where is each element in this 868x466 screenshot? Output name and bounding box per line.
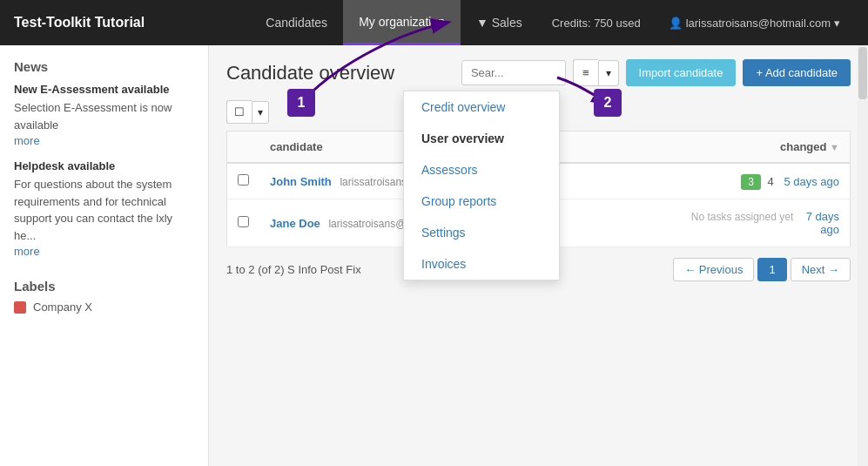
row-1-name[interactable]: John Smith (270, 175, 332, 188)
search-input[interactable] (461, 60, 566, 85)
row-2-name[interactable]: Jane Doe (270, 217, 320, 230)
previous-button[interactable]: ← Previous (673, 258, 754, 281)
row-1-changed: 5 days ago (784, 175, 839, 188)
next-button[interactable]: Next → (791, 258, 851, 281)
news-title: News (14, 59, 194, 74)
label-color-company-x (14, 301, 26, 314)
row-1-meta: 3 4 5 days ago (676, 163, 851, 199)
nav-my-organization[interactable]: My organization (343, 0, 461, 45)
col-select (227, 132, 260, 164)
scrollbar-thumb[interactable] (858, 47, 867, 99)
view-caret-button[interactable]: ▾ (598, 60, 619, 86)
row-1-badge-green: 3 (741, 174, 761, 190)
page-title: Candidate overview (226, 62, 394, 84)
news-item-2-more[interactable]: more (14, 245, 40, 258)
news-item-1-more[interactable]: more (14, 134, 40, 147)
labels-section: Labels Company X (14, 279, 194, 314)
news-item-2-title: Helpdesk available (14, 159, 194, 172)
list-view-button[interactable]: ≡ (573, 59, 598, 86)
view-toggle-button[interactable]: ≡ ▾ (573, 59, 619, 86)
select-checkbox[interactable]: ☐ (226, 100, 252, 124)
dropdown-group-reports[interactable]: Group reports (404, 186, 559, 217)
nav-items: Candidates My organization ▼ Sales (250, 0, 537, 45)
row-1-badge-plain: 4 (768, 175, 774, 188)
row-1-checkbox[interactable] (227, 163, 260, 199)
row-2-changed: 7 days ago (806, 210, 839, 236)
page-actions: ≡ ▾ Import candidate + Add candidate (461, 59, 851, 86)
pagination-controls: ← Previous 1 Next → (673, 258, 851, 281)
nav-sales[interactable]: ▼ Sales (461, 0, 538, 45)
nav-user[interactable]: 👤 larissatroisans@hotmail.com ▾ (655, 17, 854, 30)
annotation-box-2: 2 (594, 89, 622, 117)
user-caret-icon: ▾ (834, 17, 840, 30)
select-all-control[interactable]: ☐ ▾ (226, 100, 269, 124)
scrollbar-track[interactable] (858, 45, 868, 466)
news-item-1-text: Selection E-Assessment is now available (14, 99, 194, 133)
nav-candidates[interactable]: Candidates (250, 0, 343, 45)
annotation-box-1: 1 (287, 89, 315, 117)
sort-icon[interactable]: ▼ (830, 142, 839, 152)
labels-title: Labels (14, 279, 194, 294)
dropdown-credit-overview[interactable]: Credit overview (404, 91, 559, 123)
row-2-meta: No tasks assigned yet 7 days ago (676, 199, 851, 247)
add-candidate-button[interactable]: + Add candidate (743, 59, 851, 86)
nav-credits: Credits: 750 used (538, 17, 655, 30)
news-item-1: New E-Assessment available Selection E-A… (14, 83, 194, 147)
news-section: News New E-Assessment available Selectio… (14, 59, 194, 258)
dropdown-invoices[interactable]: Invoices (404, 248, 559, 280)
page-header: Candidate overview ≡ ▾ Import candidate … (226, 59, 851, 86)
dropdown-settings[interactable]: Settings (404, 217, 559, 248)
dropdown-user-overview[interactable]: User overview (404, 123, 559, 154)
import-candidate-button[interactable]: Import candidate (626, 59, 737, 86)
row-2-no-tasks: No tasks assigned yet (691, 211, 793, 223)
news-item-2-text: For questions about the system requireme… (14, 176, 194, 244)
top-nav: Test-Toolkit Tutorial Candidates My orga… (0, 0, 868, 45)
row-2-checkbox[interactable] (227, 199, 260, 247)
news-item-2: Helpdesk available For questions about t… (14, 159, 194, 258)
brand-name: Test-Toolkit Tutorial (14, 15, 145, 30)
page-1-button[interactable]: 1 (757, 258, 786, 281)
news-item-1-title: New E-Assessment available (14, 83, 194, 96)
sidebar: News New E-Assessment available Selectio… (0, 45, 209, 466)
dropdown-menu: Credit overview User overview Assessors … (403, 91, 560, 280)
dropdown-assessors[interactable]: Assessors (404, 154, 559, 186)
pagination-info: 1 to 2 (of 2) S Info Post Fix (226, 263, 361, 276)
col-changed: changed ▼ (676, 132, 851, 164)
label-name-company-x: Company X (33, 301, 92, 314)
select-caret[interactable]: ▾ (252, 101, 269, 124)
label-item-company-x: Company X (14, 301, 194, 314)
user-icon: 👤 (669, 17, 683, 30)
